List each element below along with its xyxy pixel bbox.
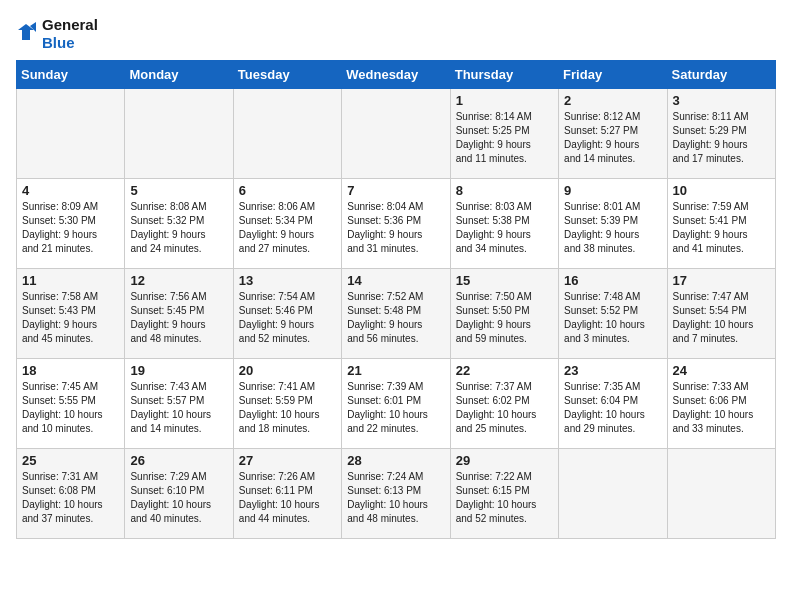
day-cell [342, 89, 450, 179]
day-cell [667, 449, 775, 539]
day-number: 14 [347, 273, 444, 288]
day-cell: 3Sunrise: 8:11 AM Sunset: 5:29 PM Daylig… [667, 89, 775, 179]
day-cell: 27Sunrise: 7:26 AM Sunset: 6:11 PM Dayli… [233, 449, 341, 539]
day-number: 19 [130, 363, 227, 378]
week-row-5: 25Sunrise: 7:31 AM Sunset: 6:08 PM Dayli… [17, 449, 776, 539]
day-info: Sunrise: 8:11 AM Sunset: 5:29 PM Dayligh… [673, 110, 770, 166]
day-number: 3 [673, 93, 770, 108]
day-info: Sunrise: 7:39 AM Sunset: 6:01 PM Dayligh… [347, 380, 444, 436]
day-number: 29 [456, 453, 553, 468]
day-number: 22 [456, 363, 553, 378]
day-number: 6 [239, 183, 336, 198]
day-info: Sunrise: 7:56 AM Sunset: 5:45 PM Dayligh… [130, 290, 227, 346]
day-info: Sunrise: 7:37 AM Sunset: 6:02 PM Dayligh… [456, 380, 553, 436]
day-number: 7 [347, 183, 444, 198]
day-number: 1 [456, 93, 553, 108]
day-cell: 20Sunrise: 7:41 AM Sunset: 5:59 PM Dayli… [233, 359, 341, 449]
day-info: Sunrise: 7:33 AM Sunset: 6:06 PM Dayligh… [673, 380, 770, 436]
day-number: 2 [564, 93, 661, 108]
day-cell [17, 89, 125, 179]
day-cell: 26Sunrise: 7:29 AM Sunset: 6:10 PM Dayli… [125, 449, 233, 539]
day-info: Sunrise: 7:52 AM Sunset: 5:48 PM Dayligh… [347, 290, 444, 346]
weekday-header-monday: Monday [125, 61, 233, 89]
logo: General Blue [16, 16, 98, 52]
day-number: 21 [347, 363, 444, 378]
weekday-header-sunday: Sunday [17, 61, 125, 89]
day-cell [559, 449, 667, 539]
day-info: Sunrise: 8:06 AM Sunset: 5:34 PM Dayligh… [239, 200, 336, 256]
day-info: Sunrise: 7:50 AM Sunset: 5:50 PM Dayligh… [456, 290, 553, 346]
weekday-header-row: SundayMondayTuesdayWednesdayThursdayFrid… [17, 61, 776, 89]
day-cell: 4Sunrise: 8:09 AM Sunset: 5:30 PM Daylig… [17, 179, 125, 269]
week-row-4: 18Sunrise: 7:45 AM Sunset: 5:55 PM Dayli… [17, 359, 776, 449]
day-number: 4 [22, 183, 119, 198]
logo-bird-icon [16, 22, 36, 46]
day-number: 23 [564, 363, 661, 378]
day-cell: 28Sunrise: 7:24 AM Sunset: 6:13 PM Dayli… [342, 449, 450, 539]
day-cell: 13Sunrise: 7:54 AM Sunset: 5:46 PM Dayli… [233, 269, 341, 359]
day-number: 17 [673, 273, 770, 288]
day-cell: 22Sunrise: 7:37 AM Sunset: 6:02 PM Dayli… [450, 359, 558, 449]
day-cell: 2Sunrise: 8:12 AM Sunset: 5:27 PM Daylig… [559, 89, 667, 179]
day-info: Sunrise: 8:04 AM Sunset: 5:36 PM Dayligh… [347, 200, 444, 256]
day-cell: 23Sunrise: 7:35 AM Sunset: 6:04 PM Dayli… [559, 359, 667, 449]
weekday-header-saturday: Saturday [667, 61, 775, 89]
day-number: 16 [564, 273, 661, 288]
day-cell: 6Sunrise: 8:06 AM Sunset: 5:34 PM Daylig… [233, 179, 341, 269]
day-cell: 19Sunrise: 7:43 AM Sunset: 5:57 PM Dayli… [125, 359, 233, 449]
day-info: Sunrise: 7:41 AM Sunset: 5:59 PM Dayligh… [239, 380, 336, 436]
day-cell: 12Sunrise: 7:56 AM Sunset: 5:45 PM Dayli… [125, 269, 233, 359]
day-number: 11 [22, 273, 119, 288]
day-cell: 25Sunrise: 7:31 AM Sunset: 6:08 PM Dayli… [17, 449, 125, 539]
day-cell [125, 89, 233, 179]
day-info: Sunrise: 8:01 AM Sunset: 5:39 PM Dayligh… [564, 200, 661, 256]
day-info: Sunrise: 8:08 AM Sunset: 5:32 PM Dayligh… [130, 200, 227, 256]
day-cell: 9Sunrise: 8:01 AM Sunset: 5:39 PM Daylig… [559, 179, 667, 269]
day-cell: 17Sunrise: 7:47 AM Sunset: 5:54 PM Dayli… [667, 269, 775, 359]
day-info: Sunrise: 8:14 AM Sunset: 5:25 PM Dayligh… [456, 110, 553, 166]
day-cell: 7Sunrise: 8:04 AM Sunset: 5:36 PM Daylig… [342, 179, 450, 269]
day-cell: 1Sunrise: 8:14 AM Sunset: 5:25 PM Daylig… [450, 89, 558, 179]
day-info: Sunrise: 7:29 AM Sunset: 6:10 PM Dayligh… [130, 470, 227, 526]
day-number: 15 [456, 273, 553, 288]
day-cell: 16Sunrise: 7:48 AM Sunset: 5:52 PM Dayli… [559, 269, 667, 359]
logo-line1: General [42, 16, 98, 34]
day-number: 18 [22, 363, 119, 378]
day-number: 10 [673, 183, 770, 198]
day-cell: 21Sunrise: 7:39 AM Sunset: 6:01 PM Dayli… [342, 359, 450, 449]
day-info: Sunrise: 7:47 AM Sunset: 5:54 PM Dayligh… [673, 290, 770, 346]
day-cell: 11Sunrise: 7:58 AM Sunset: 5:43 PM Dayli… [17, 269, 125, 359]
day-info: Sunrise: 7:26 AM Sunset: 6:11 PM Dayligh… [239, 470, 336, 526]
weekday-header-thursday: Thursday [450, 61, 558, 89]
day-info: Sunrise: 7:24 AM Sunset: 6:13 PM Dayligh… [347, 470, 444, 526]
day-cell: 5Sunrise: 8:08 AM Sunset: 5:32 PM Daylig… [125, 179, 233, 269]
day-number: 26 [130, 453, 227, 468]
week-row-2: 4Sunrise: 8:09 AM Sunset: 5:30 PM Daylig… [17, 179, 776, 269]
day-number: 5 [130, 183, 227, 198]
weekday-header-wednesday: Wednesday [342, 61, 450, 89]
day-number: 8 [456, 183, 553, 198]
day-number: 13 [239, 273, 336, 288]
day-number: 28 [347, 453, 444, 468]
day-info: Sunrise: 7:48 AM Sunset: 5:52 PM Dayligh… [564, 290, 661, 346]
logo-line2: Blue [42, 34, 98, 52]
day-info: Sunrise: 7:58 AM Sunset: 5:43 PM Dayligh… [22, 290, 119, 346]
day-info: Sunrise: 7:35 AM Sunset: 6:04 PM Dayligh… [564, 380, 661, 436]
day-number: 24 [673, 363, 770, 378]
day-info: Sunrise: 7:31 AM Sunset: 6:08 PM Dayligh… [22, 470, 119, 526]
day-number: 20 [239, 363, 336, 378]
day-info: Sunrise: 7:45 AM Sunset: 5:55 PM Dayligh… [22, 380, 119, 436]
day-cell: 10Sunrise: 7:59 AM Sunset: 5:41 PM Dayli… [667, 179, 775, 269]
day-cell: 14Sunrise: 7:52 AM Sunset: 5:48 PM Dayli… [342, 269, 450, 359]
week-row-1: 1Sunrise: 8:14 AM Sunset: 5:25 PM Daylig… [17, 89, 776, 179]
day-info: Sunrise: 7:43 AM Sunset: 5:57 PM Dayligh… [130, 380, 227, 436]
day-number: 27 [239, 453, 336, 468]
day-cell: 29Sunrise: 7:22 AM Sunset: 6:15 PM Dayli… [450, 449, 558, 539]
svg-marker-1 [30, 22, 36, 32]
calendar-table: SundayMondayTuesdayWednesdayThursdayFrid… [16, 60, 776, 539]
day-info: Sunrise: 8:09 AM Sunset: 5:30 PM Dayligh… [22, 200, 119, 256]
day-number: 25 [22, 453, 119, 468]
day-cell: 15Sunrise: 7:50 AM Sunset: 5:50 PM Dayli… [450, 269, 558, 359]
weekday-header-tuesday: Tuesday [233, 61, 341, 89]
day-info: Sunrise: 7:54 AM Sunset: 5:46 PM Dayligh… [239, 290, 336, 346]
